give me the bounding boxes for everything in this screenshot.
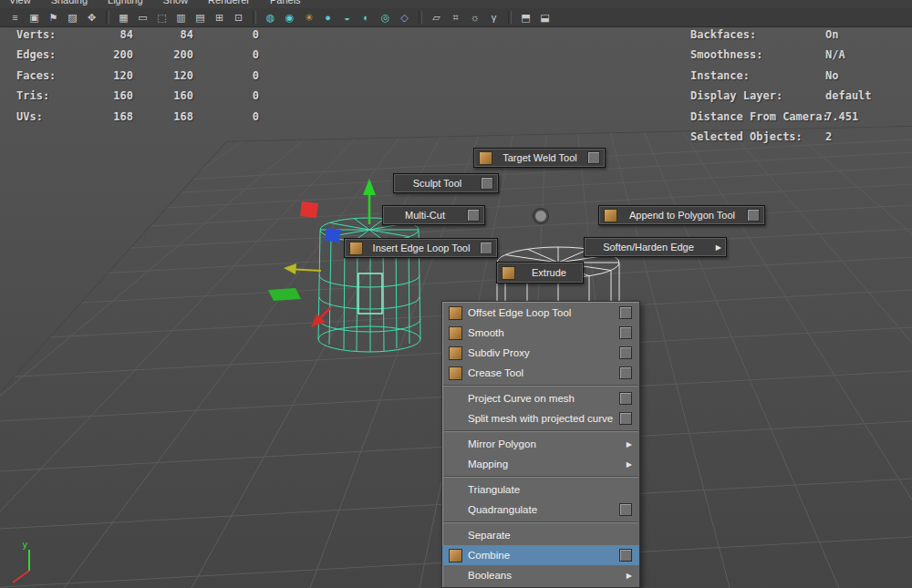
ambient-occlusion-icon[interactable]: ◒ — [339, 10, 355, 25]
submenu-arrow-icon: ▶ — [623, 572, 632, 580]
hud-label: Backfaces: — [690, 25, 756, 45]
menu-item-mapping[interactable]: Mapping ▶ — [442, 454, 639, 474]
smooth-option-box[interactable] — [619, 326, 632, 339]
extrude-icon — [502, 266, 515, 280]
safe-action-icon[interactable]: ⊞ — [212, 10, 227, 25]
marking-menu-item-multi-cut[interactable]: Multi-Cut — [382, 205, 485, 225]
marking-menu-item-append-to-polygon-tool[interactable]: Append to Polygon Tool — [598, 205, 765, 225]
hud-value: 200 — [88, 45, 133, 65]
menu-item-project-curve-on-mesh[interactable]: Project Curve on mesh — [442, 388, 639, 408]
hud-value: 7.451 — [825, 107, 858, 127]
target-weld-option-box[interactable] — [587, 151, 600, 164]
hud-value: 168 — [88, 107, 133, 127]
menu-item-separate[interactable]: Separate — [442, 525, 639, 545]
hud-value: 84 — [88, 25, 133, 45]
insert-edge-loop-option-box[interactable] — [480, 242, 492, 254]
heads-up-display-polycount: Verts: 84 84 0 Edges: 200 200 0 Faces: 1… — [16, 25, 281, 127]
marking-menu-label: Insert Edge Loop Tool — [368, 242, 475, 253]
xray-icon[interactable]: ▱ — [429, 10, 444, 25]
hud-value: 0 — [193, 86, 259, 106]
manip-plane-y-handle[interactable] — [268, 288, 301, 301]
marking-menu-item-sculpt-tool[interactable]: Sculpt Tool — [393, 173, 499, 193]
combine-icon — [449, 549, 462, 562]
offset-edge-loop-option-box[interactable] — [619, 306, 632, 319]
split-mesh-option-box[interactable] — [619, 412, 632, 425]
menu-item-split-mesh-with-projected-curve[interactable]: Split mesh with projected curve — [442, 408, 639, 428]
hud-label: Smoothness: — [690, 45, 762, 65]
image-plane-icon[interactable]: ▨ — [65, 10, 80, 25]
menu-panels[interactable]: Panels — [270, 0, 301, 7]
multisample-icon[interactable]: ⬓ — [537, 10, 553, 25]
menu-item-booleans[interactable]: Booleans ▶ — [442, 565, 639, 585]
textured-mode-icon[interactable]: ◉ — [282, 10, 297, 25]
menu-item-offset-edge-loop-tool[interactable]: Offset Edge Loop Tool — [442, 303, 639, 323]
menu-item-mirror-polygon[interactable]: Mirror Polygon ▶ — [442, 434, 639, 454]
panel-toolbar: ≡ ▣ ⚑ ▨ ✥ ▦ ▭ ⬚ ▥ ▤ ⊞ ⊡ ◍ ◉ ✳ ● ◒ ◐ ◎ ◇ … — [0, 8, 912, 27]
menu-lighting[interactable]: Lighting — [108, 0, 143, 7]
menu-item-quadrangulate[interactable]: Quadrangulate — [442, 500, 639, 520]
manip-plane-x-handle[interactable] — [300, 201, 318, 218]
multi-cut-option-box[interactable] — [467, 209, 480, 222]
append-to-polygon-tool-icon — [604, 209, 617, 222]
shadows-icon[interactable]: ● — [320, 10, 336, 25]
lighting-icon[interactable]: ✳ — [301, 10, 316, 25]
hud-row-edges: Edges: 200 200 0 — [16, 45, 281, 65]
motion-blur-icon[interactable]: ◐ — [358, 10, 374, 25]
combine-option-box[interactable] — [619, 549, 632, 562]
exposure-icon[interactable]: ☼ — [467, 10, 482, 25]
shaded-mode-icon[interactable]: ◍ — [263, 10, 278, 25]
append-to-polygon-option-box[interactable] — [747, 209, 760, 222]
camera-attrs-icon[interactable]: ▣ — [26, 10, 42, 25]
hud-label: Display Layer: — [690, 86, 782, 106]
menu-item-label: Smooth — [468, 327, 614, 338]
offset-edge-loop-tool-icon — [449, 306, 462, 320]
menu-show[interactable]: Show — [163, 0, 189, 7]
menu-renderer[interactable]: Renderer — [208, 0, 250, 7]
bookmark-icon[interactable]: ⚑ — [46, 10, 61, 25]
project-curve-option-box[interactable] — [619, 392, 632, 405]
menu-item-smooth[interactable]: Smooth — [442, 323, 639, 343]
snapshot-icon[interactable]: ⬒ — [518, 10, 534, 25]
field-chart-icon[interactable]: ▤ — [192, 10, 208, 25]
menu-shading[interactable]: Shading — [51, 0, 88, 7]
quadrangulate-option-box[interactable] — [619, 503, 632, 516]
subdiv-proxy-option-box[interactable] — [619, 346, 632, 359]
panel-menubar: View Shading Lighting Show Renderer Pane… — [0, 0, 912, 8]
panel-menu-icon[interactable]: ≡ — [7, 10, 23, 25]
hud-label: Selected Objects: — [690, 127, 803, 147]
marking-menu-item-target-weld-tool[interactable]: Target Weld Tool — [473, 148, 606, 168]
marking-menu-item-extrude[interactable]: Extrude — [496, 262, 584, 284]
hud-value: No — [825, 66, 838, 86]
gamma-icon[interactable]: γ — [486, 10, 502, 25]
menu-item-triangulate[interactable]: Triangulate — [442, 480, 639, 500]
hud-value: 2 — [825, 127, 832, 147]
depth-of-field-icon[interactable]: ◎ — [378, 10, 393, 25]
marking-menu-label: Soften/Harden Edge — [589, 242, 708, 253]
xray-joints-icon[interactable]: ⌗ — [448, 10, 463, 25]
gate-mask-icon[interactable]: ▥ — [173, 10, 189, 25]
isolate-select-icon[interactable]: ◇ — [397, 10, 412, 25]
menu-item-label: Split mesh with projected curve — [468, 413, 614, 424]
hud-label: Edges: — [16, 45, 88, 65]
menu-item-label: Quadrangulate — [468, 504, 614, 515]
menu-item-subdiv-proxy[interactable]: Subdiv Proxy — [442, 343, 639, 363]
resolution-gate-icon[interactable]: ⬚ — [154, 10, 170, 25]
menu-item-crease-tool[interactable]: Crease Tool — [442, 363, 639, 383]
safe-title-icon[interactable]: ⊡ — [231, 10, 246, 25]
marking-menu-item-soften-harden-edge[interactable]: Soften/Harden Edge ▶ — [584, 237, 727, 257]
marking-menu-item-insert-edge-loop-tool[interactable]: Insert Edge Loop Tool — [344, 238, 498, 258]
crease-tool-option-box[interactable] — [619, 366, 632, 379]
menu-item-label: Separate — [468, 530, 615, 541]
menu-item-label: Triangulate — [468, 484, 615, 495]
manip-plane-z-handle[interactable] — [325, 228, 341, 242]
menu-separator — [443, 476, 638, 478]
menu-item-combine[interactable]: Combine — [442, 545, 639, 565]
film-gate-icon[interactable]: ▭ — [135, 10, 150, 25]
sculpt-tool-option-box[interactable] — [481, 177, 493, 190]
marking-menu-label: Append to Polygon Tool — [622, 210, 742, 221]
target-weld-tool-icon — [479, 151, 492, 165]
grid-toggle-icon[interactable]: ▦ — [116, 10, 131, 25]
menu-view[interactable]: View — [9, 0, 31, 7]
pan-zoom-icon[interactable]: ✥ — [84, 10, 99, 25]
hud-row-display-layer: Display Layer: default — [690, 86, 912, 106]
